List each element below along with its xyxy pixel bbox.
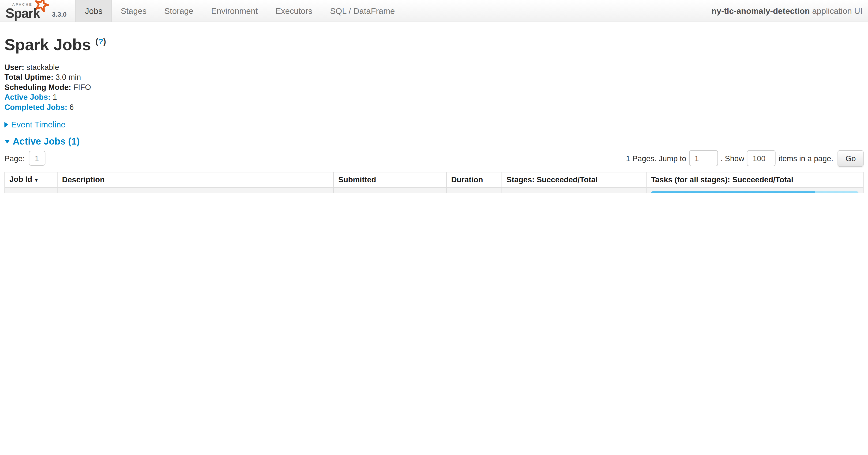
summary-completed-jobs: Completed Jobs: 6 [4,102,864,112]
spark-wordmark: APACHE Spark [6,3,40,20]
jump-to-input[interactable] [689,150,718,166]
go-button[interactable]: Go [838,150,864,167]
help-question-icon: ? [98,37,103,46]
column-description[interactable]: Description [57,172,333,187]
active-jobs-heading[interactable]: Active Jobs (1) [4,136,864,147]
tasks-progress-bar: 15/19 (4 running) [651,191,859,193]
page-input[interactable] [29,151,45,166]
nav-tabs: Jobs Stages Storage Environment Executor… [75,0,404,22]
expand-arrow-icon [4,122,8,127]
navbar: APACHE Spark 3.3.0 Jobs Stages Storage E… [0,0,868,22]
show-label: . Show [720,154,744,163]
items-label: items in a page. [779,154,833,163]
tab-stages[interactable]: Stages [112,0,155,22]
page-label: Page: [4,154,25,163]
page-selector: Page: [4,151,45,166]
table-row: 6 append at NativeMethodAccessorImpl.jav… [5,188,863,193]
summary-user: User: stackable [4,62,864,72]
column-tasks[interactable]: Tasks (for all stages): Succeeded/Total [646,172,863,187]
app-name: ny-tlc-anomaly-detection [712,6,810,16]
column-duration[interactable]: Duration [446,172,502,187]
column-stages[interactable]: Stages: Succeeded/Total [502,172,646,187]
submitted-cell: 2022/11/07 11:10:20 [334,188,446,193]
tasks-cell: 15/19 (4 running) [646,188,863,193]
tab-jobs[interactable]: Jobs [75,0,112,22]
active-jobs-table: Job Id▼ Description Submitted Duration S… [4,172,864,193]
pagination-controls: 1 Pages. Jump to . Show items in a page.… [626,150,864,167]
description-cell: append at NativeMethodAccessorImpl.java:… [57,188,333,193]
sort-desc-icon: ▼ [34,177,39,183]
event-timeline-toggle[interactable]: Event Timeline [4,119,864,130]
app-ui-suffix: application UI [810,6,862,16]
page-size-input[interactable] [747,150,776,166]
job-id-cell: 6 [5,188,57,193]
completed-jobs-link[interactable]: Completed Jobs: [4,102,67,111]
tab-storage[interactable]: Storage [155,0,202,22]
summary-active-jobs: Active Jobs: 1 [4,92,864,102]
column-submitted[interactable]: Submitted [334,172,446,187]
spark-logo: APACHE Spark 3.3.0 [0,0,70,22]
version-label: 3.3.0 [52,10,67,18]
page-title: Spark Jobs (?) [4,32,864,54]
stages-cell: 0/1 [502,188,646,193]
column-job-id[interactable]: Job Id▼ [5,172,57,187]
summary-list: User: stackable Total Uptime: 3.0 min Sc… [4,62,864,112]
help-link[interactable]: (?) [95,37,106,46]
duration-cell: 14 s [446,188,502,193]
pages-count-label: 1 Pages. Jump to [626,154,686,163]
summary-scheduling-mode: Scheduling Mode: FIFO [4,82,864,92]
summary-uptime: Total Uptime: 3.0 min [4,72,864,82]
tab-sql-dataframe[interactable]: SQL / DataFrame [321,0,404,22]
spark-ui-page: APACHE Spark 3.3.0 Jobs Stages Storage E… [0,0,868,193]
description-text: append at NativeMethodAccessorImpl.java:… [62,191,329,193]
tab-executors[interactable]: Executors [267,0,321,22]
progress-label: 15/19 (4 running) [651,191,859,193]
active-jobs-link[interactable]: Active Jobs: [4,92,51,102]
pagination-row: Page: 1 Pages. Jump to . Show items in a… [4,149,864,167]
table-header-row: Job Id▼ Description Submitted Duration S… [5,172,863,187]
tab-environment[interactable]: Environment [202,0,267,22]
main-content: Spark Jobs (?) User: stackable Total Upt… [0,32,868,193]
collapse-arrow-icon [4,139,10,143]
application-id: ny-tlc-anomaly-detection application UI [712,6,868,16]
